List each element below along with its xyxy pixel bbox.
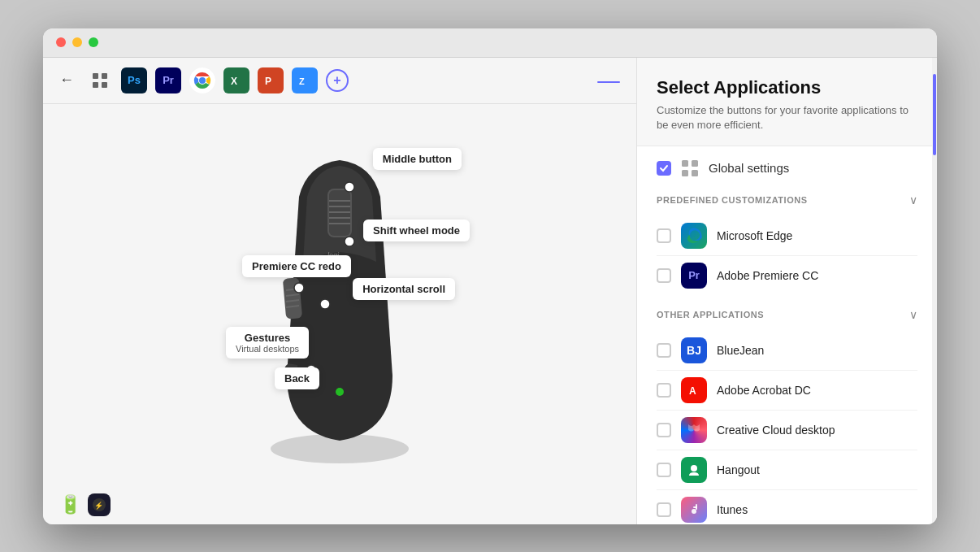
svg-point-32 — [320, 299, 330, 309]
predefined-section-title: PREDEFINED CUSTOMIZATIONS — [657, 195, 808, 205]
app-row-bluejean[interactable]: BJ BlueJean — [657, 331, 917, 371]
predefined-chevron-icon: ∨ — [909, 193, 917, 206]
scrollbar-track[interactable] — [932, 58, 937, 524]
svg-rect-49 — [693, 506, 697, 508]
app-row-itunes[interactable]: Itunes — [657, 490, 917, 524]
mouse-container: logi — [202, 115, 478, 473]
label-back[interactable]: Back — [275, 367, 319, 389]
app-tabs: Ps Pr — [87, 67, 349, 93]
svg-text:⚡: ⚡ — [94, 501, 104, 511]
label-horizontal-scroll[interactable]: Horizontal scroll — [353, 278, 455, 300]
panel-header: Select Applications Customize the button… — [637, 58, 937, 146]
other-section: OTHER APPLICATIONS ∨ BJ BlueJean — [657, 308, 917, 524]
svg-text:Z: Z — [299, 76, 305, 86]
other-section-header[interactable]: OTHER APPLICATIONS ∨ — [657, 308, 917, 321]
close-button[interactable] — [56, 37, 66, 47]
back-button[interactable]: ← — [59, 72, 74, 89]
minimize-button[interactable] — [72, 37, 82, 47]
svg-rect-0 — [93, 73, 98, 79]
right-panel: Select Applications Customize the button… — [636, 58, 937, 524]
svg-rect-40 — [692, 170, 698, 176]
svg-rect-3 — [102, 82, 107, 88]
toolbar: ← Ps Pr — [43, 58, 636, 104]
svg-rect-39 — [682, 170, 688, 176]
edge-checkbox[interactable] — [657, 228, 671, 243]
gestures-label: Gestures — [245, 332, 290, 344]
svg-rect-38 — [692, 160, 698, 167]
left-panel: ← Ps Pr — [43, 58, 636, 524]
app-row-creative[interactable]: Creative Cloud desktop — [657, 411, 917, 450]
hangout-icon — [681, 457, 707, 483]
label-middle-button[interactable]: Middle button — [373, 148, 462, 170]
tab-powerpoint[interactable]: P — [258, 67, 284, 93]
hangout-checkbox[interactable] — [657, 463, 671, 477]
edge-name: Microsoft Edge — [717, 229, 792, 242]
tab-zoom[interactable]: Z — [292, 67, 318, 93]
label-gestures[interactable]: Gestures Virtual desktops — [226, 327, 309, 359]
acrobat-name: Adobe Acrobat DC — [717, 384, 811, 397]
hangout-name: Hangout — [717, 463, 760, 476]
svg-text:A: A — [689, 385, 696, 397]
svg-rect-2 — [93, 82, 98, 88]
tab-all-apps[interactable] — [87, 67, 113, 93]
other-section-title: OTHER APPLICATIONS — [657, 310, 764, 319]
app-row-edge[interactable]: Microsoft Edge — [657, 216, 917, 256]
premiere-checkbox[interactable] — [657, 268, 671, 283]
global-settings-icon — [681, 159, 699, 177]
label-shift-wheel-mode[interactable]: Shift wheel mode — [363, 219, 470, 241]
panel-subtitle: Customize the buttons for your favorite … — [657, 103, 917, 133]
svg-text:P: P — [265, 76, 271, 87]
itunes-checkbox[interactable] — [657, 502, 671, 517]
svg-text:X: X — [231, 76, 237, 87]
svg-point-45 — [691, 465, 697, 472]
creative-name: Creative Cloud desktop — [717, 424, 835, 437]
app-row-hangout[interactable]: Hangout — [657, 450, 917, 490]
titlebar — [43, 28, 937, 58]
svg-point-27 — [336, 388, 344, 396]
predefined-section: PREDEFINED CUSTOMIZATIONS ∨ — [657, 193, 917, 295]
add-tab-button[interactable]: + — [326, 69, 349, 92]
svg-point-7 — [199, 77, 206, 84]
maximize-button[interactable] — [89, 37, 98, 47]
edge-icon — [681, 223, 707, 249]
svg-point-47 — [692, 509, 696, 514]
svg-point-30 — [345, 237, 354, 246]
other-chevron-icon: ∨ — [909, 308, 917, 321]
svg-point-29 — [345, 182, 354, 192]
predefined-section-header[interactable]: PREDEFINED CUSTOMIZATIONS ∨ — [657, 193, 917, 206]
global-settings-checkbox[interactable] — [657, 161, 671, 176]
label-premiere-cc-redo[interactable]: Premiere CC redo — [242, 255, 351, 277]
bluejean-checkbox[interactable] — [657, 343, 671, 358]
panel-body: Global settings PREDEFINED CUSTOMIZATION… — [637, 146, 937, 524]
content-area: ← Ps Pr — [43, 58, 937, 524]
svg-point-31 — [294, 283, 304, 293]
gestures-sublabel: Virtual desktops — [236, 344, 299, 354]
creative-checkbox[interactable] — [657, 423, 671, 437]
itunes-name: Itunes — [717, 503, 748, 516]
bluejean-name: BlueJean — [717, 344, 764, 357]
global-settings-label: Global settings — [709, 161, 789, 175]
svg-rect-1 — [102, 73, 107, 79]
mouse-area: logi — [43, 104, 636, 485]
tab-photoshop[interactable]: Ps — [121, 67, 147, 93]
creative-icon — [681, 417, 707, 443]
tab-chrome[interactable] — [189, 67, 215, 93]
itunes-icon — [681, 497, 707, 523]
acrobat-icon: A — [681, 377, 707, 403]
device-icon: ⚡ — [88, 493, 111, 516]
svg-rect-37 — [682, 160, 688, 167]
scrollbar-thumb[interactable] — [933, 74, 936, 155]
battery-icon: 🔋 — [59, 494, 81, 515]
premiere-icon: Pr — [681, 263, 707, 289]
global-settings-row[interactable]: Global settings — [657, 159, 917, 177]
premiere-name: Adobe Premiere CC — [717, 269, 818, 282]
tab-excel[interactable]: X — [223, 67, 249, 93]
tab-premiere[interactable]: Pr — [155, 67, 181, 93]
bottom-status: 🔋 ⚡ — [43, 485, 636, 524]
acrobat-checkbox[interactable] — [657, 383, 671, 398]
app-row-premiere[interactable]: Pr Adobe Premiere CC — [657, 256, 917, 295]
main-window: ← Ps Pr — [43, 28, 937, 524]
app-row-acrobat[interactable]: A Adobe Acrobat DC — [657, 371, 917, 411]
panel-title: Select Applications — [657, 77, 917, 98]
bluejean-icon: BJ — [681, 337, 707, 363]
